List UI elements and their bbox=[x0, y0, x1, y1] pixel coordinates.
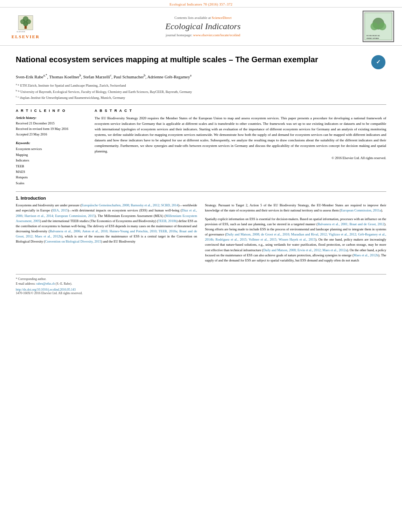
doi-line[interactable]: http://dx.doi.org/10.1016/j.ecolind.2016… bbox=[16, 288, 386, 291]
keyword-6: Hotspots bbox=[16, 174, 87, 180]
journal-title: Ecological Indicators bbox=[43, 21, 363, 32]
svg-text:ELSEVIER: ELSEVIER bbox=[17, 31, 25, 33]
copyright-notice: © 2016 Elsevier Ltd. All rights reserved… bbox=[95, 156, 386, 160]
svg-text:✓: ✓ bbox=[376, 59, 381, 65]
article-title-row: National ecosystem services mapping at m… bbox=[16, 54, 386, 70]
article-info-label: A R T I C L E I N F O bbox=[16, 109, 87, 113]
body-left-column: Ecosystems and biodiversity are under pr… bbox=[16, 203, 197, 266]
footnote-email: E-mail address: rabes@ethz.ch (S.-E. Rab… bbox=[16, 282, 386, 286]
affiliation-b: b ᵇ University of Bayreuth, Ecological S… bbox=[16, 89, 386, 95]
elsevier-logo: ELSEVIER ELSEVIER bbox=[8, 14, 43, 39]
keyword-3: Indicators bbox=[16, 158, 87, 163]
journal-header: ELSEVIER ELSEVIER Contents lists availab… bbox=[0, 7, 402, 46]
body-para-2: Strategy. Pursuant to Target 2, Action 5… bbox=[205, 203, 386, 213]
svg-point-4 bbox=[23, 21, 28, 26]
svg-text:INDICATORS: INDICATORS bbox=[367, 37, 379, 39]
affiliation-a: a ᵃ ETH Zürich, Institute for Spatial an… bbox=[16, 82, 386, 88]
contents-available-line: Contents lists available at ScienceDirec… bbox=[43, 16, 363, 20]
body-right-column: Strategy. Pursuant to Target 2, Action 5… bbox=[205, 203, 386, 266]
issn-line: 1470-160X/© 2016 Elsevier Ltd. All right… bbox=[16, 291, 386, 295]
homepage-line: journal homepage: www.elsevier.com/locat… bbox=[43, 33, 363, 37]
abstract-text: The EU Biodiversity Strategy 2020 requir… bbox=[95, 116, 386, 154]
revised-date: Received in revised form 19 May 2016 bbox=[16, 126, 87, 132]
journal-center-info: Contents lists available at ScienceDirec… bbox=[43, 16, 363, 37]
article-info-abstract-section: A R T I C L E I N F O Article history: R… bbox=[16, 109, 386, 186]
article-container: National ecosystem services mapping at m… bbox=[0, 46, 402, 303]
elsevier-tree-icon: ELSEVIER bbox=[14, 14, 37, 33]
svg-text:CrossMark: CrossMark bbox=[374, 67, 383, 69]
footnote-corresponding: * Corresponding author. bbox=[16, 277, 386, 282]
keyword-1: Ecosystem services bbox=[16, 146, 87, 152]
affiliation-c: c ᶜ ifuplan–Institut für Umweltplanung u… bbox=[16, 95, 386, 100]
authors: Sven-Erik Rabea,*, Thomas Koellnerb, Ste… bbox=[16, 73, 386, 80]
abstract-label: A B S T R A C T bbox=[95, 109, 386, 113]
eco-logo-icon: ECOLOGICAL INDICATORS bbox=[365, 13, 392, 40]
body-content: 1. Introduction Ecosystems and biodivers… bbox=[16, 191, 386, 266]
body-two-columns: Ecosystems and biodiversity are under pr… bbox=[16, 203, 386, 266]
article-info-column: A R T I C L E I N F O Article history: R… bbox=[16, 109, 87, 186]
keyword-7: Scales bbox=[16, 180, 87, 186]
keyword-5: MAES bbox=[16, 169, 87, 174]
keywords-label: Keywords: bbox=[16, 141, 87, 145]
homepage-url[interactable]: www.elsevier.com/locate/ecolind bbox=[193, 33, 240, 37]
accepted-date: Accepted 23 May 2016 bbox=[16, 132, 87, 137]
divider-1 bbox=[16, 104, 386, 105]
received-date: Received 21 December 2015 bbox=[16, 121, 87, 126]
abstract-column: A B S T R A C T The EU Biodiversity Stra… bbox=[95, 109, 386, 186]
elsevier-brand-text: ELSEVIER bbox=[11, 34, 40, 39]
svg-text:ECOLOGICAL: ECOLOGICAL bbox=[367, 35, 380, 37]
svg-rect-5 bbox=[24, 26, 26, 29]
affiliations: a ᵃ ETH Zürich, Institute for Spatial an… bbox=[16, 82, 386, 100]
crossmark-icon: ✓ CrossMark bbox=[370, 54, 386, 70]
sciencedirect-link[interactable]: ScienceDirect bbox=[212, 16, 231, 20]
svg-point-10 bbox=[378, 22, 386, 30]
body-para-1: Ecosystems and biodiversity are under pr… bbox=[16, 203, 197, 244]
article-title: National ecosystem services mapping at m… bbox=[16, 54, 370, 65]
email-link[interactable]: rabes@ethz.ch bbox=[36, 282, 55, 285]
body-para-3: Spatially explicit information on ESS is… bbox=[205, 217, 386, 263]
footnote-section: * Corresponding author. E-mail address: … bbox=[16, 274, 386, 295]
history-label: Article history: bbox=[16, 116, 87, 120]
section1-heading: 1. Introduction bbox=[16, 196, 386, 200]
svg-point-9 bbox=[370, 22, 378, 30]
keyword-4: TEEB bbox=[16, 163, 87, 169]
keyword-2: Mapping bbox=[16, 152, 87, 158]
journal-citation: Ecological Indicators 70 (2016) 357–372 bbox=[0, 0, 402, 7]
ecological-indicators-logo: ECOLOGICAL INDICATORS bbox=[363, 11, 394, 42]
